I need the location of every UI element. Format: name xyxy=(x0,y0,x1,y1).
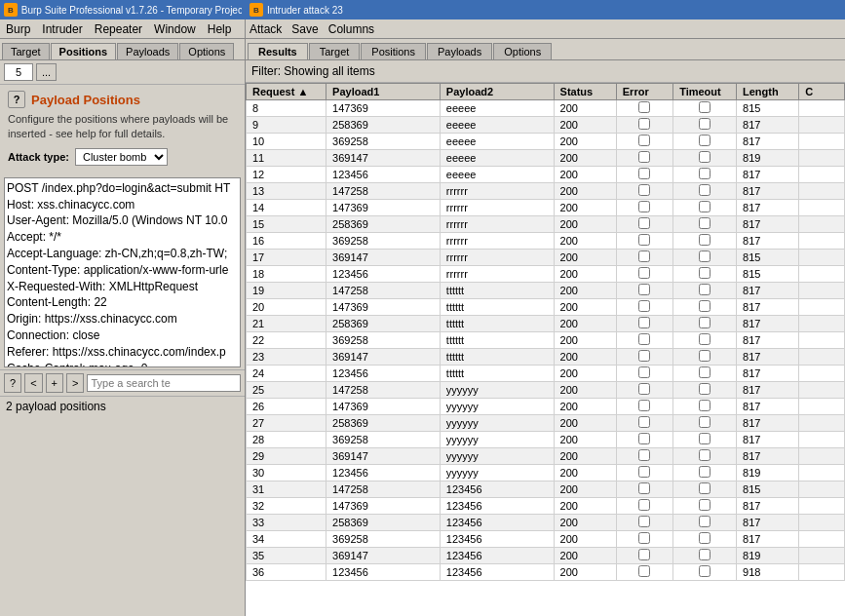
table-row[interactable]: 21258369tttttt200817 xyxy=(247,316,845,332)
cell-error[interactable] xyxy=(616,100,672,117)
cell-error[interactable] xyxy=(616,233,672,250)
cell-timeout[interactable] xyxy=(673,233,737,250)
cell-timeout[interactable] xyxy=(673,283,737,299)
table-row[interactable]: 26147369yyyyyy200817 xyxy=(247,399,845,415)
col-timeout[interactable]: Timeout xyxy=(673,84,737,100)
col-length[interactable]: Length xyxy=(737,84,799,100)
menu-intruder[interactable]: Intruder xyxy=(40,22,84,36)
cell-timeout[interactable] xyxy=(673,332,737,349)
table-row[interactable]: 14147369rrrrrr200817 xyxy=(247,200,845,216)
right-tab-target[interactable]: Target xyxy=(309,43,361,59)
menu-attack[interactable]: Attack xyxy=(250,22,282,36)
cell-timeout[interactable] xyxy=(673,150,737,167)
editor-help-btn[interactable]: ? xyxy=(4,373,21,393)
request-editor[interactable]: POST /index.php?do=login&act=submit HT H… xyxy=(4,177,241,367)
cell-error[interactable] xyxy=(616,382,672,399)
cell-error[interactable] xyxy=(616,134,672,150)
menu-columns[interactable]: Columns xyxy=(328,22,374,36)
cell-timeout[interactable] xyxy=(673,100,737,117)
cell-error[interactable] xyxy=(616,150,672,167)
tab-positions[interactable]: Positions xyxy=(51,43,117,59)
col-status[interactable]: Status xyxy=(554,84,616,100)
cell-error[interactable] xyxy=(616,316,672,332)
cell-timeout[interactable] xyxy=(673,399,737,415)
attack-type-select[interactable]: Cluster bomb Sniper Battering ram Pitchf… xyxy=(75,148,168,166)
menu-help[interactable]: Help xyxy=(206,22,234,36)
editor-prev-btn[interactable]: < xyxy=(24,373,42,393)
menu-burp[interactable]: Burp xyxy=(4,22,32,36)
cell-error[interactable] xyxy=(616,531,672,548)
table-row[interactable]: 19147258tttttt200817 xyxy=(247,283,845,299)
search-input[interactable] xyxy=(87,374,241,392)
cell-error[interactable] xyxy=(616,200,672,216)
table-row[interactable]: 12123456eeeee200817 xyxy=(247,167,845,183)
more-button[interactable]: ... xyxy=(36,63,57,81)
table-row[interactable]: 34369258123456200817 xyxy=(247,531,845,548)
cell-timeout[interactable] xyxy=(673,266,737,283)
cell-error[interactable] xyxy=(616,481,672,498)
cell-error[interactable] xyxy=(616,366,672,382)
cell-timeout[interactable] xyxy=(673,498,737,515)
tab-target[interactable]: Target xyxy=(2,43,50,59)
cell-timeout[interactable] xyxy=(673,432,737,448)
table-row[interactable]: 36123456123456200918 xyxy=(247,564,845,581)
cell-error[interactable] xyxy=(616,299,672,316)
table-row[interactable]: 16369258rrrrrr200817 xyxy=(247,233,845,250)
cell-timeout[interactable] xyxy=(673,366,737,382)
cell-timeout[interactable] xyxy=(673,299,737,316)
right-tab-options[interactable]: Options xyxy=(493,43,552,59)
table-row[interactable]: 15258369rrrrrr200817 xyxy=(247,216,845,233)
cell-error[interactable] xyxy=(616,465,672,481)
cell-error[interactable] xyxy=(616,266,672,283)
cell-timeout[interactable] xyxy=(673,531,737,548)
cell-timeout[interactable] xyxy=(673,564,737,581)
cell-error[interactable] xyxy=(616,183,672,200)
right-tab-payloads[interactable]: Payloads xyxy=(427,43,492,59)
col-error[interactable]: Error xyxy=(616,84,672,100)
table-row[interactable]: 11369147eeeee200819 xyxy=(247,150,845,167)
table-row[interactable]: 23369147tttttt200817 xyxy=(247,349,845,366)
menu-window[interactable]: Window xyxy=(152,22,198,36)
cell-error[interactable] xyxy=(616,216,672,233)
cell-error[interactable] xyxy=(616,564,672,581)
cell-error[interactable] xyxy=(616,498,672,515)
results-table-container[interactable]: Request ▲ Payload1 Payload2 Status Error… xyxy=(246,83,845,616)
cell-error[interactable] xyxy=(616,349,672,366)
cell-error[interactable] xyxy=(616,117,672,134)
cell-timeout[interactable] xyxy=(673,448,737,465)
cell-timeout[interactable] xyxy=(673,167,737,183)
cell-timeout[interactable] xyxy=(673,349,737,366)
col-comment[interactable]: C xyxy=(799,84,845,100)
cell-error[interactable] xyxy=(616,399,672,415)
cell-error[interactable] xyxy=(616,167,672,183)
table-row[interactable]: 22369258tttttt200817 xyxy=(247,332,845,349)
table-row[interactable]: 29369147yyyyyy200817 xyxy=(247,448,845,465)
cell-timeout[interactable] xyxy=(673,316,737,332)
cell-error[interactable] xyxy=(616,283,672,299)
cell-error[interactable] xyxy=(616,548,672,564)
col-request[interactable]: Request ▲ xyxy=(247,84,326,100)
table-row[interactable]: 13147258rrrrrr200817 xyxy=(247,183,845,200)
cell-error[interactable] xyxy=(616,332,672,349)
cell-timeout[interactable] xyxy=(673,200,737,216)
table-row[interactable]: 20147369tttttt200817 xyxy=(247,299,845,316)
cell-timeout[interactable] xyxy=(673,250,737,266)
cell-timeout[interactable] xyxy=(673,183,737,200)
table-row[interactable]: 31147258123456200815 xyxy=(247,481,845,498)
menu-repeater[interactable]: Repeater xyxy=(93,22,144,36)
table-row[interactable]: 9258369eeeee200817 xyxy=(247,117,845,134)
cell-timeout[interactable] xyxy=(673,134,737,150)
count-input[interactable] xyxy=(4,63,33,81)
cell-error[interactable] xyxy=(616,448,672,465)
right-tab-results[interactable]: Results xyxy=(248,43,308,59)
menu-save[interactable]: Save xyxy=(291,22,318,36)
right-tab-positions[interactable]: Positions xyxy=(361,43,426,59)
cell-timeout[interactable] xyxy=(673,548,737,564)
cell-timeout[interactable] xyxy=(673,415,737,432)
cell-error[interactable] xyxy=(616,432,672,448)
table-row[interactable]: 28369258yyyyyy200817 xyxy=(247,432,845,448)
table-row[interactable]: 32147369123456200817 xyxy=(247,498,845,515)
editor-next-btn[interactable]: > xyxy=(66,373,84,393)
col-payload2[interactable]: Payload2 xyxy=(440,84,554,100)
cell-error[interactable] xyxy=(616,415,672,432)
